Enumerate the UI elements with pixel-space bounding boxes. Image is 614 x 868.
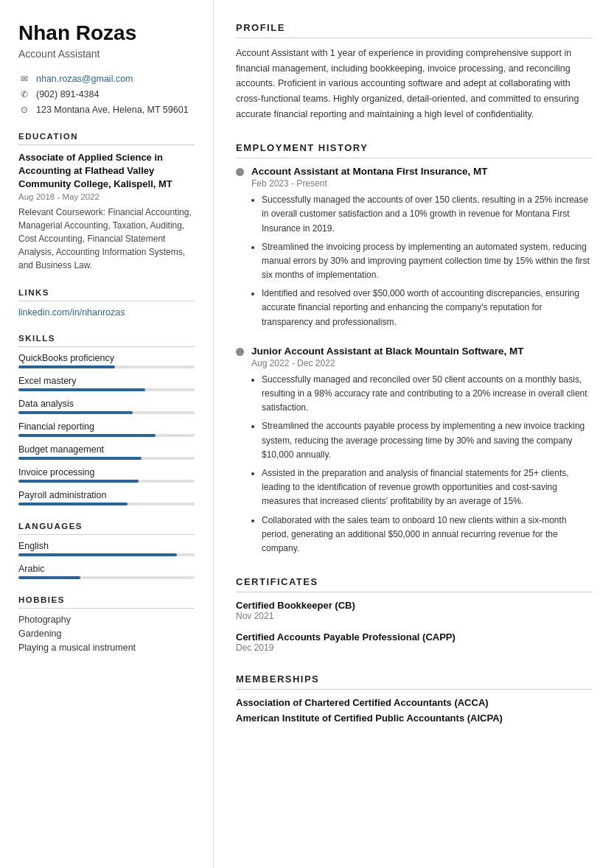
skill-bar-bg <box>18 411 195 414</box>
list-item: linkedin.com/in/nhanrozas <box>18 307 195 318</box>
job-dates: Feb 2023 - Present <box>251 178 592 189</box>
profile-text: Account Assistant with 1 year of experie… <box>236 46 592 122</box>
list-item: QuickBooks proficiency <box>18 353 195 368</box>
list-item: Streamlined the accounts payable process… <box>262 419 592 462</box>
right-column: Profile Account Assistant with 1 year of… <box>214 0 614 868</box>
edu-degree: Associate of Applied Science in Accounti… <box>18 151 195 192</box>
edu-coursework: Relevant Coursework: Financial Accountin… <box>18 206 195 272</box>
jobs-list: Account Assistant at Montana First Insur… <box>236 166 592 556</box>
skill-bar-fill <box>18 503 128 505</box>
phone-icon: ✆ <box>18 88 30 100</box>
skills-section: Skills QuickBooks proficiency Excel mast… <box>18 334 195 505</box>
list-item: Streamlined the invoicing process by imp… <box>262 240 592 283</box>
skill-bar-bg <box>18 365 195 368</box>
profile-title: Profile <box>236 22 592 38</box>
skills-list: QuickBooks proficiency Excel mastery Dat… <box>18 353 195 505</box>
skill-label: Excel mastery <box>18 376 195 386</box>
skill-label: Payroll administration <box>18 490 195 500</box>
address-text: 123 Montana Ave, Helena, MT 59601 <box>36 105 189 115</box>
job-dates: Aug 2022 - Dec 2022 <box>251 358 592 368</box>
skills-title: Skills <box>18 334 195 347</box>
name-block: Nhan Rozas Account Assistant <box>18 22 195 60</box>
email-icon: ✉ <box>18 73 30 85</box>
memberships-section: Memberships Association of Chartered Cer… <box>236 673 592 724</box>
job-header: Junior Account Assistant at Black Mounta… <box>236 346 592 357</box>
list-item: Identified and resolved over $50,000 wor… <box>262 287 592 329</box>
cert-name: Certified Accounts Payable Professional … <box>236 631 592 643</box>
list-item: Collaborated with the sales team to onbo… <box>262 514 592 556</box>
list-item: English <box>18 541 195 556</box>
skill-bar-fill <box>18 480 139 483</box>
certificates-section: Certificates Certified Bookkeeper (CB) N… <box>236 576 592 653</box>
links-section: Links linkedin.com/in/nhanrozas <box>18 288 195 318</box>
hobbies-section: Hobbies PhotographyGardeningPlaying a mu… <box>18 595 195 653</box>
job-dot <box>236 348 244 356</box>
list-item: Junior Account Assistant at Black Mounta… <box>236 346 592 556</box>
employment-title: Employment History <box>236 142 592 158</box>
skill-bar-fill <box>18 411 133 414</box>
skill-bar-fill <box>18 434 156 437</box>
list-item: Certified Bookkeeper (CB) Nov 2021 <box>236 600 592 621</box>
skill-bar-fill <box>18 388 145 391</box>
email-item: ✉ nhan.rozas@gmail.com <box>18 73 195 85</box>
skill-bar-bg <box>18 480 195 483</box>
list-item: Certified Accounts Payable Professional … <box>236 631 592 653</box>
list-item: Excel mastery <box>18 376 195 391</box>
cert-date: Dec 2019 <box>236 643 592 653</box>
email-link[interactable]: nhan.rozas@gmail.com <box>36 74 133 84</box>
list-item: Account Assistant at Montana First Insur… <box>236 166 592 329</box>
lang-bar-bg <box>18 553 195 556</box>
education-section: Education Associate of Applied Science i… <box>18 132 195 273</box>
job-dot <box>236 168 244 176</box>
skill-bar-fill <box>18 365 115 368</box>
cert-date: Nov 2021 <box>236 611 592 621</box>
contact-info: ✉ nhan.rozas@gmail.com ✆ (902) 891-4384 … <box>18 73 195 116</box>
address-item: ⊙ 123 Montana Ave, Helena, MT 59601 <box>18 104 195 116</box>
lang-bar-fill <box>18 576 80 579</box>
education-title: Education <box>18 132 195 145</box>
left-column: Nhan Rozas Account Assistant ✉ nhan.roza… <box>0 0 214 868</box>
certs-list: Certified Bookkeeper (CB) Nov 2021 Certi… <box>236 600 592 653</box>
languages-list: English Arabic <box>18 541 195 579</box>
phone-item: ✆ (902) 891-4384 <box>18 88 195 100</box>
links-title: Links <box>18 288 195 301</box>
employment-section: Employment History Account Assistant at … <box>236 142 592 556</box>
list-item: Successfully managed the accounts of ove… <box>262 193 592 236</box>
lang-label: Arabic <box>18 564 195 574</box>
memberships-list: Association of Chartered Certified Accou… <box>236 697 592 724</box>
memberships-title: Memberships <box>236 673 592 690</box>
languages-title: Languages <box>18 522 195 535</box>
job-title: Account Assistant <box>18 48 195 60</box>
list-item: American Institute of Certified Public A… <box>236 713 592 724</box>
lang-bar-fill <box>18 553 177 556</box>
list-item: Playing a musical instrument <box>18 643 195 653</box>
skill-label: Budget management <box>18 444 195 455</box>
list-item: Gardening <box>18 629 195 639</box>
hobbies-title: Hobbies <box>18 595 195 609</box>
phone-text: (902) 891-4384 <box>36 89 99 99</box>
skill-bar-bg <box>18 503 195 505</box>
skill-bar-bg <box>18 388 195 391</box>
skill-label: Data analysis <box>18 399 195 409</box>
list-item: Data analysis <box>18 399 195 414</box>
list-item: Invoice processing <box>18 467 195 483</box>
full-name: Nhan Rozas <box>18 22 195 45</box>
skill-bar-bg <box>18 457 195 460</box>
skill-label: QuickBooks proficiency <box>18 353 195 363</box>
skill-label: Invoice processing <box>18 467 195 477</box>
edu-dates: Aug 2018 - May 2022 <box>18 192 195 201</box>
linkedin-link[interactable]: linkedin.com/in/nhanrozas <box>18 307 125 318</box>
list-item: Assisted in the preparation and analysis… <box>262 466 592 509</box>
list-item: Payroll administration <box>18 490 195 505</box>
lang-label: English <box>18 541 195 551</box>
list-item: Photography <box>18 615 195 625</box>
cert-name: Certified Bookkeeper (CB) <box>236 600 592 611</box>
job-title-text: Junior Account Assistant at Black Mounta… <box>251 346 524 357</box>
job-header: Account Assistant at Montana First Insur… <box>236 166 592 177</box>
lang-bar-bg <box>18 576 195 579</box>
list-item: Budget management <box>18 444 195 460</box>
list-item: Successfully managed and reconciled over… <box>262 373 592 416</box>
skill-bar-fill <box>18 457 142 460</box>
list-item: Arabic <box>18 564 195 579</box>
location-icon: ⊙ <box>18 104 30 116</box>
